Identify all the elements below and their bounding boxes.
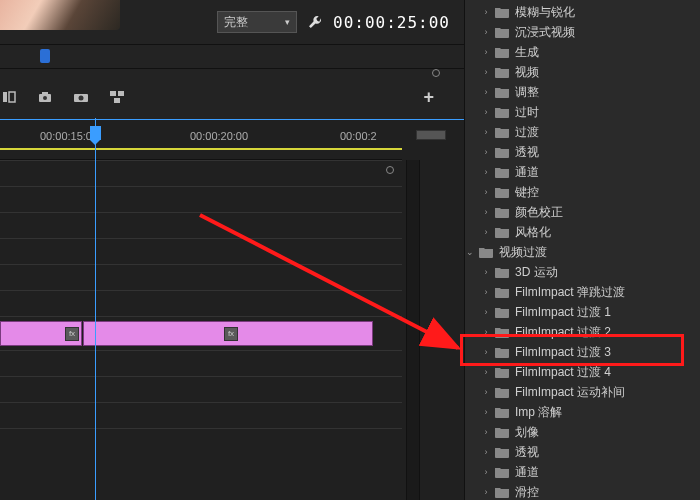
effects-tree-item[interactable]: ›模糊与锐化 xyxy=(465,2,700,22)
effects-tree-item[interactable]: ›FilmImpact 过渡 2 xyxy=(465,322,700,342)
effects-tree-item[interactable]: ›风格化 xyxy=(465,222,700,242)
add-button-icon[interactable]: + xyxy=(423,87,434,108)
folder-icon xyxy=(495,167,509,178)
chevron-right-icon[interactable]: › xyxy=(481,207,491,217)
effects-tree-item[interactable]: ›FilmImpact 弹跳过渡 xyxy=(465,282,700,302)
chevron-right-icon[interactable]: › xyxy=(481,127,491,137)
video-clip[interactable]: fx xyxy=(83,321,373,346)
effects-tree-item[interactable]: ›键控 xyxy=(465,182,700,202)
effects-tree-item[interactable]: ›FilmImpact 过渡 1 xyxy=(465,302,700,322)
chevron-right-icon[interactable]: › xyxy=(481,467,491,477)
chevron-right-icon[interactable]: › xyxy=(481,187,491,197)
effects-tree-item[interactable]: ›透视 xyxy=(465,142,700,162)
monitor-ruler[interactable] xyxy=(0,45,464,69)
video-track[interactable] xyxy=(0,160,402,186)
resolution-select[interactable]: 完整 ▾ xyxy=(217,11,297,33)
effects-tree-item[interactable]: ›划像 xyxy=(465,422,700,442)
mark-in-icon[interactable] xyxy=(0,88,18,106)
fx-badge-icon[interactable]: fx xyxy=(65,327,79,341)
fx-badge-icon[interactable]: fx xyxy=(224,327,238,341)
effects-tree-item[interactable]: ›滑控 xyxy=(465,482,700,500)
chevron-right-icon[interactable]: › xyxy=(481,47,491,57)
timeline-ruler[interactable]: 00:00:15:00 00:00:20:00 00:00:2 xyxy=(0,120,402,160)
effects-tree-item[interactable]: ›FilmImpact 过渡 3 xyxy=(465,342,700,362)
zoom-handle-icon[interactable] xyxy=(432,69,440,77)
chevron-right-icon[interactable]: › xyxy=(481,287,491,297)
chevron-right-icon[interactable]: › xyxy=(481,347,491,357)
effects-tree-label: FilmImpact 过渡 3 xyxy=(515,344,611,361)
chevron-right-icon[interactable]: › xyxy=(481,147,491,157)
folder-icon xyxy=(495,207,509,218)
chevron-right-icon[interactable]: › xyxy=(481,7,491,17)
chevron-right-icon[interactable]: › xyxy=(481,387,491,397)
chevron-right-icon[interactable]: › xyxy=(481,407,491,417)
chevron-right-icon[interactable]: › xyxy=(481,367,491,377)
video-track[interactable] xyxy=(0,264,402,290)
effects-tree-item[interactable]: ⌄视频过渡 xyxy=(465,242,700,262)
video-track[interactable] xyxy=(0,212,402,238)
chevron-right-icon[interactable]: › xyxy=(481,427,491,437)
folder-icon xyxy=(495,327,509,338)
chevron-right-icon[interactable]: › xyxy=(481,67,491,77)
effects-tree-item[interactable]: ›通道 xyxy=(465,162,700,182)
effects-tree-item[interactable]: ›通道 xyxy=(465,462,700,482)
effects-tree-label: 滑控 xyxy=(515,484,539,501)
playhead-head-icon[interactable] xyxy=(90,126,101,140)
export-frame-icon[interactable] xyxy=(36,88,54,106)
audio-track[interactable] xyxy=(0,428,402,454)
monitor-top-bar: 完整 ▾ 00:00:25:00 xyxy=(0,0,464,45)
video-clip[interactable]: fx xyxy=(0,321,82,346)
audio-track[interactable] xyxy=(0,376,402,402)
effects-tree-item[interactable]: ›生成 xyxy=(465,42,700,62)
camera-icon[interactable] xyxy=(72,88,90,106)
effects-tree-item[interactable]: ›透视 xyxy=(465,442,700,462)
effects-tree-item[interactable]: ›过渡 xyxy=(465,122,700,142)
playhead[interactable] xyxy=(95,118,96,500)
effects-tree-label: 调整 xyxy=(515,84,539,101)
video-track-v1[interactable]: fx fx xyxy=(0,316,402,350)
work-area-bar[interactable] xyxy=(0,148,402,150)
chevron-right-icon[interactable]: › xyxy=(481,167,491,177)
svg-rect-1 xyxy=(9,92,15,102)
folder-icon xyxy=(495,467,509,478)
chevron-right-icon[interactable]: › xyxy=(481,267,491,277)
effects-tree-label: 透视 xyxy=(515,444,539,461)
comparison-view-icon[interactable] xyxy=(108,88,126,106)
folder-icon xyxy=(495,107,509,118)
playhead-marker-icon[interactable] xyxy=(40,49,50,63)
chevron-down-icon[interactable]: ⌄ xyxy=(465,247,475,257)
effects-tree-label: 模糊与锐化 xyxy=(515,4,575,21)
effects-tree-item[interactable]: ›3D 运动 xyxy=(465,262,700,282)
audio-track[interactable] xyxy=(0,350,402,376)
effects-tree-item[interactable]: ›视频 xyxy=(465,62,700,82)
ruler-tick: 00:00:20:00 xyxy=(190,130,248,142)
effects-tree-item[interactable]: ›过时 xyxy=(465,102,700,122)
effects-tree-item[interactable]: ›Imp 溶解 xyxy=(465,402,700,422)
chevron-right-icon[interactable]: › xyxy=(481,227,491,237)
effects-tree-item[interactable]: ›颜色校正 xyxy=(465,202,700,222)
video-track[interactable] xyxy=(0,238,402,264)
audio-track[interactable] xyxy=(0,402,402,428)
chevron-right-icon[interactable]: › xyxy=(481,27,491,37)
effects-tree-item[interactable]: ›调整 xyxy=(465,82,700,102)
effects-tree-item[interactable]: ›FilmImpact 运动补间 xyxy=(465,382,700,402)
timecode-display[interactable]: 00:00:25:00 xyxy=(333,13,450,32)
video-track[interactable] xyxy=(0,290,402,316)
chevron-right-icon[interactable]: › xyxy=(481,87,491,97)
video-track[interactable] xyxy=(0,186,402,212)
effects-tree-label: FilmImpact 过渡 1 xyxy=(515,304,611,321)
svg-rect-8 xyxy=(118,91,124,96)
chevron-right-icon[interactable]: › xyxy=(481,307,491,317)
effects-tree-item[interactable]: ›FilmImpact 过渡 4 xyxy=(465,362,700,382)
preview-thumbnail xyxy=(0,0,120,30)
chevron-right-icon[interactable]: › xyxy=(481,447,491,457)
vertical-scrollbar[interactable] xyxy=(406,160,420,500)
effects-tree-label: 通道 xyxy=(515,164,539,181)
effects-tree-item[interactable]: ›沉浸式视频 xyxy=(465,22,700,42)
chevron-right-icon[interactable]: › xyxy=(481,107,491,117)
chevron-right-icon[interactable]: › xyxy=(481,487,491,497)
chevron-right-icon[interactable]: › xyxy=(481,327,491,337)
timeline-panel: 00:00:15:00 00:00:20:00 00:00:2 fx xyxy=(0,119,464,500)
wrench-icon[interactable] xyxy=(307,14,323,30)
timeline-zoom-scrollbar[interactable] xyxy=(416,130,446,140)
